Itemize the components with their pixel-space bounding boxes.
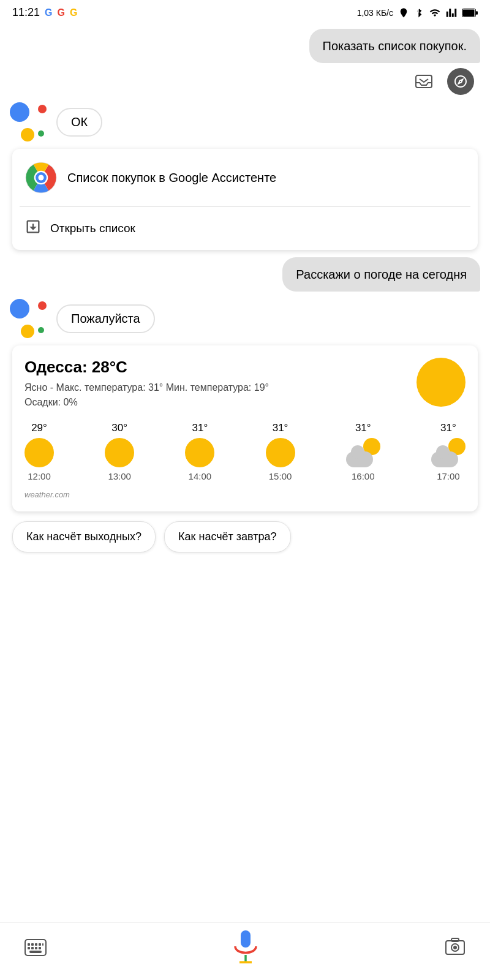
weather-info: Одесса: 28°C Ясно - Макс. температура: 3… <box>24 358 409 410</box>
svg-rect-11 <box>28 943 30 946</box>
hour-time-5: 17:00 <box>437 471 460 481</box>
hour-time-3: 15:00 <box>269 471 292 481</box>
weather-header: Одесса: 28°C Ясно - Макс. температура: 3… <box>24 358 466 410</box>
svg-rect-13 <box>35 943 37 946</box>
mic-button[interactable] <box>227 931 264 968</box>
dot-red-2 <box>38 301 47 310</box>
weather-sun-icon <box>417 358 466 407</box>
network-speed: 1,03 КБ/с <box>357 8 393 18</box>
hour-item-4: 31° 16:00 <box>346 422 380 481</box>
keyboard-button[interactable] <box>24 939 47 960</box>
hour-item-2: 31° 14:00 <box>185 422 214 481</box>
card-action-label: Открыть список <box>50 222 135 235</box>
weather-description: Ясно - Макс. температура: 31° Мин. темпе… <box>24 380 409 410</box>
signal-icon <box>446 7 457 18</box>
hour-sun-icon-2 <box>185 438 214 467</box>
hour-time-4: 16:00 <box>352 471 375 481</box>
svg-rect-3 <box>476 11 478 15</box>
hour-cloudy-icon-5 <box>431 438 466 467</box>
dot-blue-2 <box>10 299 29 318</box>
svg-rect-16 <box>28 947 30 949</box>
assistant-badge-1: ОК <box>56 108 102 137</box>
hour-sun-icon-0 <box>24 438 54 467</box>
screenshot-button[interactable] <box>445 937 466 962</box>
weather-city: Одесса: 28°C <box>24 358 409 377</box>
user-message-2-row: Расскажи о погоде на сегодня <box>10 257 480 292</box>
hour-sun-icon-1 <box>105 438 134 467</box>
weather-source: weather.com <box>24 490 466 499</box>
card-action-row[interactable]: Открыть список <box>12 207 478 250</box>
hour-temp-4: 31° <box>355 422 371 434</box>
assistant-logo-1 <box>10 102 49 141</box>
assistant-response-1: ОК <box>10 102 480 141</box>
svg-point-26 <box>453 946 457 949</box>
inbox-icon[interactable] <box>410 68 437 95</box>
compass-icon[interactable] <box>447 68 474 95</box>
svg-rect-2 <box>463 9 475 16</box>
svg-rect-20 <box>29 951 42 953</box>
suggestion-chip-0[interactable]: Как насчёт выходных? <box>12 521 156 552</box>
chat-container: Показать список покупок. ОК <box>0 23 490 630</box>
hour-temp-3: 31° <box>273 422 288 434</box>
hour-item-0: 29° 12:00 <box>24 422 54 481</box>
battery-icon <box>462 9 478 17</box>
suggestions-row: Как насчёт выходных? Как насчёт завтра? <box>10 519 480 555</box>
hour-temp-5: 31° <box>440 422 456 434</box>
open-list-icon <box>24 218 42 239</box>
status-time: 11:21 <box>12 6 40 19</box>
card-title: Список покупок в Google Ассистенте <box>67 169 276 186</box>
svg-rect-14 <box>39 943 41 946</box>
bubble-actions <box>10 68 480 95</box>
card-header: Список покупок в Google Ассистенте <box>12 149 478 206</box>
hour-item-1: 30° 13:00 <box>105 422 134 481</box>
hour-temp-0: 29° <box>31 422 47 434</box>
google-g-red: G <box>58 7 65 18</box>
bottom-bar <box>0 922 490 980</box>
bluetooth-icon <box>414 7 424 18</box>
svg-rect-15 <box>42 943 43 946</box>
status-bar: 11:21 G G G 1,03 КБ/с <box>0 0 490 23</box>
hour-sun-icon-3 <box>266 438 295 467</box>
dot-yellow <box>21 128 34 141</box>
svg-rect-17 <box>31 947 34 949</box>
assistant-response-2: Пожалуйста <box>10 299 480 338</box>
svg-rect-19 <box>39 947 41 949</box>
dot-yellow-2 <box>21 325 34 338</box>
svg-rect-18 <box>35 947 37 949</box>
hour-time-2: 14:00 <box>189 471 212 481</box>
hour-time-0: 12:00 <box>28 471 51 481</box>
suggestion-chip-1[interactable]: Как насчёт завтра? <box>164 521 290 552</box>
dot-green-2 <box>38 327 44 333</box>
google-g-yellow: G <box>70 7 77 18</box>
user-message-1: Показать список покупок. <box>309 29 480 63</box>
svg-point-9 <box>39 175 44 181</box>
svg-rect-27 <box>451 938 459 941</box>
dot-green <box>38 130 44 137</box>
location-icon <box>398 7 409 18</box>
hour-temp-2: 31° <box>192 422 208 434</box>
status-icons: 1,03 КБ/с <box>357 7 478 18</box>
user-message-1-row: Показать список покупок. <box>10 29 480 63</box>
shopping-list-card: Список покупок в Google Ассистенте Откры… <box>12 149 478 250</box>
dot-blue <box>10 102 29 122</box>
assistant-logo-2 <box>10 299 49 338</box>
dot-red <box>38 105 47 113</box>
google-g-blue: G <box>45 7 52 18</box>
hour-item-3: 31° 15:00 <box>266 422 295 481</box>
wifi-icon <box>429 7 441 18</box>
hour-temp-1: 30° <box>111 422 127 434</box>
svg-rect-12 <box>31 943 34 946</box>
user-message-2: Расскажи о погоде на сегодня <box>282 257 480 292</box>
hour-item-5: 31° 17:00 <box>431 422 466 481</box>
hour-time-1: 13:00 <box>108 471 131 481</box>
weather-card: Одесса: 28°C Ясно - Макс. температура: 3… <box>12 345 478 511</box>
hour-cloudy-icon-4 <box>346 438 380 467</box>
hourly-forecast: 29° 12:00 30° 13:00 31° 14:00 31° 15:00 <box>24 422 466 481</box>
chrome-icon <box>24 161 58 194</box>
assistant-badge-2: Пожалуйста <box>56 304 155 333</box>
svg-rect-21 <box>241 930 251 948</box>
